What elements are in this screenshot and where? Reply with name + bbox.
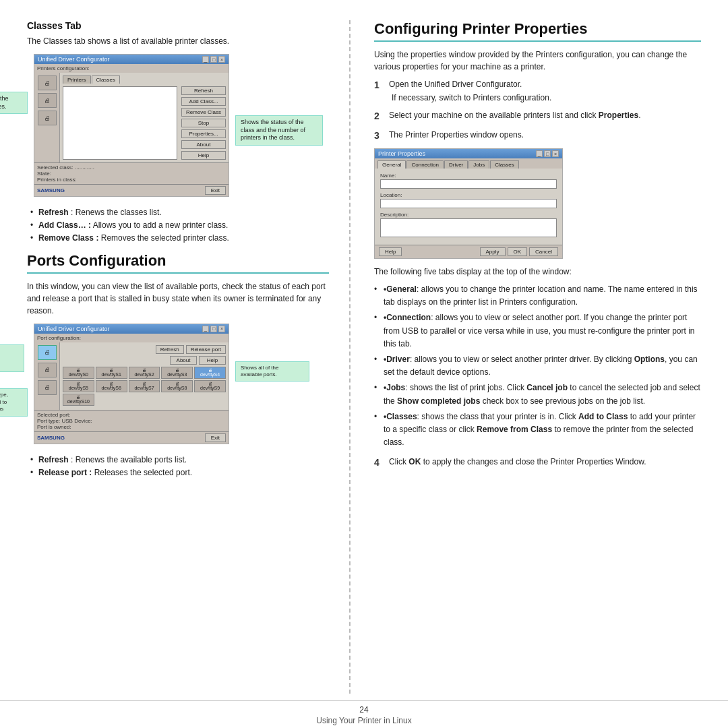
callout-shows-ports: Shows all of theavailable ports. xyxy=(235,361,309,382)
pp-maximize[interactable]: □ xyxy=(544,150,551,157)
pp-close[interactable]: × xyxy=(552,150,559,157)
pp-minimize[interactable]: _ xyxy=(536,150,543,157)
ss-close[interactable]: × xyxy=(218,56,225,63)
port-ttyS8[interactable]: 🖨dev/ttyS8 xyxy=(161,380,193,392)
classes-screenshot: Unified Driver Configurator _ □ × Printe… xyxy=(34,54,229,197)
pp-name-input[interactable] xyxy=(380,179,557,189)
classes-ss-title: Unified Driver Configurator xyxy=(38,56,110,63)
ss-maximize[interactable]: □ xyxy=(210,56,217,63)
port-ttyS5[interactable]: 🖨dev/ttyS5 xyxy=(63,380,94,392)
pp-title: Printer Properties xyxy=(378,150,425,157)
pp-tab-driver[interactable]: Driver xyxy=(444,160,468,169)
tab-desc-classes: •Classes: shows the class that your prin… xyxy=(374,411,701,450)
ports-status-owned: Port is owned: xyxy=(37,424,226,430)
port-ttyS9[interactable]: 🖨dev/ttyS9 xyxy=(194,380,226,392)
port-ttyS4[interactable]: 🖨dev/ttyS4 xyxy=(194,367,226,379)
callout-port-type: Shows the port type,device connected tot… xyxy=(0,388,28,416)
ports-samsung-logo: SAMSUNG xyxy=(37,435,65,441)
pp-titlebar: Printer Properties _ □ × xyxy=(375,149,562,158)
classes-about-btn[interactable]: About xyxy=(181,140,226,149)
pp-desc-input[interactable] xyxy=(380,218,557,237)
classes-tab-heading: Classes Tab xyxy=(27,20,329,31)
port-ttyS10[interactable]: 🖨dev/ttyS10 xyxy=(63,394,94,406)
port-ttyS7[interactable]: 🖨dev/ttyS7 xyxy=(129,380,160,392)
samsung-logo: SAMSUNG xyxy=(37,187,65,193)
step-3-text: The Printer Properties window opens. xyxy=(389,130,524,140)
classes-properties-btn[interactable]: Properties... xyxy=(181,129,226,138)
step-1-sub: If necessary, switch to Printers configu… xyxy=(389,92,551,104)
ports-config-label: Port configuration: xyxy=(34,334,229,342)
ports-help-btn[interactable]: Help xyxy=(199,356,226,365)
printer-icon-3: 🖨 xyxy=(38,111,57,125)
pp-cancel-btn[interactable]: Cancel xyxy=(529,247,558,256)
ports-status-selected: Selected port: xyxy=(37,412,226,418)
pp-tabs: General Connection Driver Jobs Classes xyxy=(375,158,562,169)
ports-about-btn[interactable]: About xyxy=(170,356,197,365)
step-2-num: 2 xyxy=(374,109,385,123)
classes-help-btn[interactable]: Help xyxy=(181,151,226,160)
ports-release-btn[interactable]: Release port xyxy=(186,345,226,354)
ports-ss-main: Refresh Release port About Help 🖨dev/tty… xyxy=(60,342,229,410)
ports-status-type: Port type: USB Device: xyxy=(37,418,226,424)
ports-exit-btn[interactable]: Exit xyxy=(205,433,226,442)
ports-ss-titlebar: Unified Driver Configurator _ □ × xyxy=(34,324,229,334)
pp-desc-label: Description: xyxy=(380,212,557,218)
pp-tab-classes[interactable]: Classes xyxy=(490,160,518,169)
port-ttyS3[interactable]: 🖨dev/ttyS3 xyxy=(161,367,193,379)
ports-ss-title: Unified Driver Configurator xyxy=(38,326,110,332)
step-3: 3 The Printer Properties window opens. xyxy=(374,129,701,143)
classes-ss-tabs: Printers Classes xyxy=(63,75,226,84)
classes-stop-btn[interactable]: Stop xyxy=(181,119,226,127)
page: Classes Tab The Classes tab shows a list… xyxy=(0,0,728,728)
step-2: 2 Select your machine on the available p… xyxy=(374,109,701,123)
ports-ss-sidebar: 🖨 🖨 🖨 xyxy=(34,342,60,410)
ports-ss-maximize[interactable]: □ xyxy=(210,326,217,332)
port-ttyS2[interactable]: 🖨dev/ttyS2 xyxy=(129,367,160,379)
classes-removeclass-btn[interactable]: Remove Class xyxy=(181,108,226,117)
ports-status-bar: Selected port: Port type: USB Device: Po… xyxy=(34,410,229,431)
classes-addclass-btn[interactable]: Add Class... xyxy=(181,97,226,106)
pp-body: Name: Location: Description: xyxy=(375,169,562,245)
classes-content-area: Refresh Add Class... Remove Class Stop P… xyxy=(63,86,226,160)
classes-list-area xyxy=(63,86,177,160)
configuring-title: Configuring Printer Properties xyxy=(374,20,701,42)
ports-icon-3: 🖨 xyxy=(38,380,57,395)
classes-status-selected: Selected class: ............. xyxy=(37,164,226,171)
classes-printers-tab[interactable]: Printers xyxy=(63,75,91,84)
classes-refresh-btn[interactable]: Refresh xyxy=(181,86,226,95)
classes-config-label: Printers configuration: xyxy=(34,64,229,73)
ports-ss-close[interactable]: × xyxy=(218,326,225,332)
ports-ss-titlebar-buttons: _ □ × xyxy=(202,326,225,332)
classes-ss-sidebar: 🖨 🖨 🖨 xyxy=(34,73,60,162)
ports-refresh-btn[interactable]: Refresh xyxy=(156,345,184,354)
ports-ss-body: 🖨 🖨 🖨 Refresh Release port About Help xyxy=(34,342,229,410)
step-3-num: 3 xyxy=(374,129,385,143)
step-4: 4 Click OK to apply the changes and clos… xyxy=(374,456,701,470)
port-ttyS1[interactable]: 🖨dev/ttyS1 xyxy=(96,367,127,379)
ports-bullet-list: Refresh : Renews the available ports lis… xyxy=(27,454,329,479)
pp-location-label: Location: xyxy=(380,192,557,198)
pp-ok-btn[interactable]: OK xyxy=(508,247,528,256)
classes-status-printers: Printers in class: xyxy=(37,177,226,183)
port-ttyS0[interactable]: 🖨dev/ttyS0 xyxy=(63,367,94,379)
pp-location-input[interactable] xyxy=(380,199,557,208)
footer-caption: Using Your Printer in Linux xyxy=(0,716,728,725)
classes-classes-tab[interactable]: Classes xyxy=(92,75,120,84)
pp-tab-general[interactable]: General xyxy=(377,160,406,169)
pp-tab-connection[interactable]: Connection xyxy=(406,160,443,169)
port-ttyS6[interactable]: 🖨dev/ttyS6 xyxy=(96,380,127,392)
pp-apply-btn[interactable]: Apply xyxy=(480,247,506,256)
page-number: 24 xyxy=(0,705,728,715)
ports-icon-2: 🖨 xyxy=(38,363,57,377)
bullet-refresh-classes: Refresh : Renews the classes list. xyxy=(30,206,329,219)
step-4-num: 4 xyxy=(374,456,385,470)
ss-minimize[interactable]: _ xyxy=(202,56,209,63)
pp-help-btn[interactable]: Help xyxy=(379,247,402,256)
classes-status-state: State: xyxy=(37,171,226,177)
step-1-num: 1 xyxy=(374,78,385,104)
tab-desc-general: •General: allows you to change the print… xyxy=(374,283,701,309)
tab-desc-connection: •Connection: allows you to view or selec… xyxy=(374,311,701,351)
ports-ss-minimize[interactable]: _ xyxy=(202,326,209,332)
pp-tab-jobs[interactable]: Jobs xyxy=(468,160,489,169)
classes-exit-btn[interactable]: Exit xyxy=(205,186,226,195)
